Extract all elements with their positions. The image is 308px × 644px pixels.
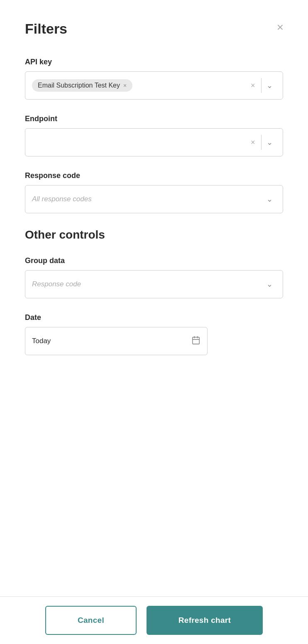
endpoint-controls: × ⌄ — [247, 135, 276, 150]
response-code-select-inner: All response codes — [32, 195, 263, 203]
close-button[interactable]: × — [275, 20, 285, 35]
response-code-select[interactable]: All response codes ⌄ — [25, 185, 283, 213]
api-key-tag-text: Email Subscription Test Key — [38, 82, 120, 89]
page-title: Filters — [25, 21, 283, 37]
api-key-controls: × ⌄ — [247, 78, 276, 93]
endpoint-field-group: Endpoint × ⌄ — [25, 115, 283, 156]
footer-bar: Cancel Refresh chart — [0, 596, 308, 644]
date-value: Today — [32, 337, 191, 345]
refresh-chart-button[interactable]: Refresh chart — [147, 606, 263, 635]
date-label: Date — [25, 313, 283, 322]
group-data-select-inner: Response code — [32, 280, 263, 288]
endpoint-divider — [261, 135, 262, 150]
endpoint-label: Endpoint — [25, 115, 283, 123]
response-code-field-group: Response code All response codes ⌄ — [25, 171, 283, 213]
api-key-divider — [261, 78, 262, 93]
group-data-controls: ⌄ — [263, 280, 276, 289]
group-data-placeholder: Response code — [32, 280, 81, 288]
response-code-chevron-icon[interactable]: ⌄ — [263, 195, 276, 204]
response-code-label: Response code — [25, 171, 283, 180]
endpoint-chevron-icon[interactable]: ⌄ — [263, 138, 276, 147]
other-controls-heading: Other controls — [25, 228, 283, 242]
group-data-label: Group data — [25, 256, 283, 265]
api-key-chevron-icon[interactable]: ⌄ — [263, 81, 276, 90]
group-data-field-group: Group data Response code ⌄ — [25, 256, 283, 298]
api-key-field-group: API key Email Subscription Test Key × × … — [25, 58, 283, 100]
calendar-icon — [191, 336, 200, 347]
api-key-select[interactable]: Email Subscription Test Key × × ⌄ — [25, 71, 283, 100]
endpoint-select[interactable]: × ⌄ — [25, 128, 283, 156]
cancel-button[interactable]: Cancel — [45, 606, 137, 635]
date-input[interactable]: Today — [25, 327, 208, 355]
date-field-group: Date Today — [25, 313, 283, 355]
response-code-controls: ⌄ — [263, 195, 276, 204]
svg-rect-0 — [193, 337, 200, 344]
group-data-chevron-icon[interactable]: ⌄ — [263, 280, 276, 289]
api-key-label: API key — [25, 58, 283, 66]
api-key-select-inner: Email Subscription Test Key × — [32, 79, 247, 92]
api-key-tag: Email Subscription Test Key × — [32, 79, 132, 92]
api-key-clear-icon[interactable]: × — [247, 82, 259, 89]
main-content: Filters API key Email Subscription Test … — [0, 0, 308, 596]
api-key-tag-close[interactable]: × — [123, 83, 127, 88]
group-data-select[interactable]: Response code ⌄ — [25, 270, 283, 298]
response-code-placeholder: All response codes — [32, 195, 92, 203]
page-container: × Filters API key Email Subscription Tes… — [0, 0, 308, 644]
endpoint-clear-icon[interactable]: × — [247, 139, 259, 146]
